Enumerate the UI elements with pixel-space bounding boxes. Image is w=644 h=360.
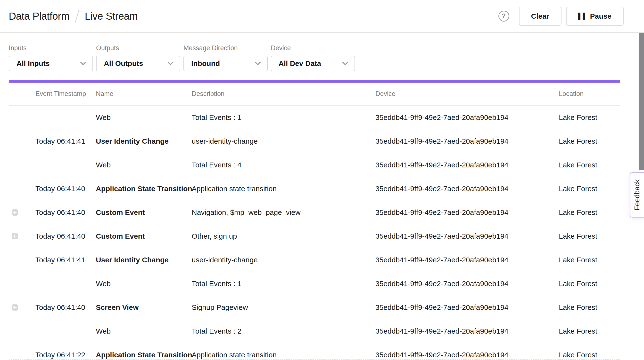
table-row[interactable]: +Today 06:41:40Custom EventOther, sign u… — [9, 224, 620, 248]
table-row[interactable]: WebTotal Events : 135eddb41-9ff9-49e2-7a… — [9, 106, 620, 129]
topbar-actions: ? Clear Pause — [498, 7, 624, 26]
filter-outputs-label: Outputs — [96, 44, 180, 52]
filter-message-direction: Message Direction Inbound — [184, 44, 268, 71]
breadcrumb-data-platform[interactable]: Data Platform — [9, 10, 70, 22]
top-bar: Data Platform Live Stream ? Clear Pause — [0, 0, 644, 33]
message-direction-dropdown[interactable]: Inbound — [184, 56, 268, 71]
description-cell: Application state transition — [192, 351, 376, 359]
location-cell: Lake Forest — [559, 303, 620, 312]
timestamp-cell: Today 06:41:40 — [36, 232, 96, 240]
outputs-dropdown[interactable]: All Outputs — [96, 56, 180, 71]
timestamp-cell: Today 06:41:22 — [36, 351, 96, 359]
table-row[interactable]: WebTotal Events : 135eddb41-9ff9-49e2-7a… — [9, 272, 620, 296]
feedback-tab[interactable]: Feedback — [630, 172, 644, 217]
name-cell: User Identity Change — [96, 256, 192, 264]
timestamp-cell: Today 06:41:40 — [36, 303, 96, 312]
location-cell: Lake Forest — [559, 161, 620, 169]
accent-bar — [9, 80, 620, 83]
description-cell: Navigation, $mp_web_page_view — [192, 208, 376, 217]
expander-cell: + — [9, 304, 36, 311]
pause-button[interactable]: Pause — [566, 7, 624, 26]
chevron-down-icon — [342, 59, 348, 65]
pause-icon — [578, 12, 585, 20]
device-cell: 35eddb41-9ff9-49e2-7aed-20afa90eb194 — [376, 137, 559, 145]
device-cell: 35eddb41-9ff9-49e2-7aed-20afa90eb194 — [376, 351, 559, 359]
description-cell: Signup Pageview — [192, 303, 376, 312]
device-cell: 35eddb41-9ff9-49e2-7aed-20afa90eb194 — [376, 327, 559, 335]
filter-device-label: Device — [271, 44, 355, 52]
expand-row-button[interactable]: + — [12, 233, 18, 239]
device-dropdown-value: All Dev Data — [278, 59, 321, 68]
device-cell: 35eddb41-9ff9-49e2-7aed-20afa90eb194 — [376, 184, 559, 193]
table-row[interactable]: Today 06:41:40Application State Transiti… — [9, 177, 620, 200]
column-name: Name — [96, 90, 192, 98]
location-cell: Lake Forest — [559, 208, 620, 217]
column-description: Description — [192, 90, 376, 98]
name-cell: Custom Event — [96, 208, 192, 217]
column-device: Device — [376, 90, 559, 98]
description-cell: user-identity-change — [192, 256, 376, 264]
table-header-row: Event Timestamp Name Description Device … — [9, 83, 620, 106]
expander-cell: + — [9, 233, 36, 239]
description-cell: Application state transition — [192, 184, 376, 193]
chevron-down-icon — [80, 59, 86, 65]
breadcrumb-live-stream: Live Stream — [85, 10, 138, 22]
clear-button-label: Clear — [531, 12, 549, 20]
table-row[interactable]: Today 06:41:41User Identity Changeuser-i… — [9, 129, 620, 153]
table-row[interactable]: Today 06:41:22Application State Transiti… — [9, 343, 620, 360]
table-row[interactable]: WebTotal Events : 435eddb41-9ff9-49e2-7a… — [9, 153, 620, 177]
message-direction-dropdown-value: Inbound — [191, 59, 220, 68]
name-cell: Web — [96, 161, 192, 169]
location-cell: Lake Forest — [559, 280, 620, 288]
inputs-dropdown[interactable]: All Inputs — [9, 56, 93, 71]
clear-button[interactable]: Clear — [519, 7, 562, 26]
name-cell: Web — [96, 280, 192, 288]
device-cell: 35eddb41-9ff9-49e2-7aed-20afa90eb194 — [376, 256, 559, 264]
description-cell: user-identity-change — [192, 137, 376, 145]
name-cell: Screen View — [96, 303, 192, 312]
column-event-timestamp: Event Timestamp — [36, 90, 96, 98]
name-cell: Application State Transition — [96, 184, 192, 193]
table-row[interactable]: +Today 06:41:40Custom EventNavigation, $… — [9, 200, 620, 224]
event-table: Event Timestamp Name Description Device … — [9, 83, 620, 360]
name-cell: Custom Event — [96, 232, 192, 240]
device-cell: 35eddb41-9ff9-49e2-7aed-20afa90eb194 — [376, 280, 559, 288]
vertical-scrollbar-thumb[interactable] — [639, 33, 644, 170]
column-location: Location — [559, 90, 620, 98]
device-cell: 35eddb41-9ff9-49e2-7aed-20afa90eb194 — [376, 208, 559, 217]
inputs-dropdown-value: All Inputs — [16, 59, 50, 68]
location-cell: Lake Forest — [559, 232, 620, 240]
location-cell: Lake Forest — [559, 137, 620, 145]
outputs-dropdown-value: All Outputs — [104, 59, 143, 68]
expand-row-button[interactable]: + — [12, 209, 18, 216]
filter-inputs: Inputs All Inputs — [9, 44, 93, 71]
filter-inputs-label: Inputs — [9, 44, 93, 52]
chevron-down-icon — [255, 59, 260, 65]
location-cell: Lake Forest — [559, 256, 620, 264]
name-cell: User Identity Change — [96, 137, 192, 145]
table-row[interactable]: WebTotal Events : 235eddb41-9ff9-49e2-7a… — [9, 319, 620, 343]
location-cell: Lake Forest — [559, 184, 620, 193]
filter-message-direction-label: Message Direction — [184, 44, 268, 52]
location-cell: Lake Forest — [559, 327, 620, 335]
expand-row-button[interactable]: + — [12, 304, 18, 311]
description-cell: Total Events : 1 — [192, 113, 376, 122]
name-cell: Web — [96, 327, 192, 335]
location-cell: Lake Forest — [559, 113, 620, 122]
table-row[interactable]: +Today 06:41:40Screen ViewSignup Pagevie… — [9, 296, 620, 319]
description-cell: Other, sign up — [192, 232, 376, 240]
timestamp-cell: Today 06:41:41 — [36, 137, 96, 145]
breadcrumb-separator — [75, 10, 79, 22]
description-cell: Total Events : 4 — [192, 161, 376, 169]
filter-outputs: Outputs All Outputs — [96, 44, 180, 71]
timestamp-cell: Today 06:41:40 — [36, 208, 96, 217]
description-cell: Total Events : 1 — [192, 280, 376, 288]
device-cell: 35eddb41-9ff9-49e2-7aed-20afa90eb194 — [376, 113, 559, 122]
device-dropdown[interactable]: All Dev Data — [271, 56, 355, 71]
device-cell: 35eddb41-9ff9-49e2-7aed-20afa90eb194 — [376, 303, 559, 312]
name-cell: Web — [96, 113, 192, 122]
filter-bar: Inputs All Inputs Outputs All Outputs Me… — [0, 33, 644, 71]
device-cell: 35eddb41-9ff9-49e2-7aed-20afa90eb194 — [376, 232, 559, 240]
table-row[interactable]: Today 06:41:41User Identity Changeuser-i… — [9, 248, 620, 272]
help-icon[interactable]: ? — [498, 11, 509, 21]
